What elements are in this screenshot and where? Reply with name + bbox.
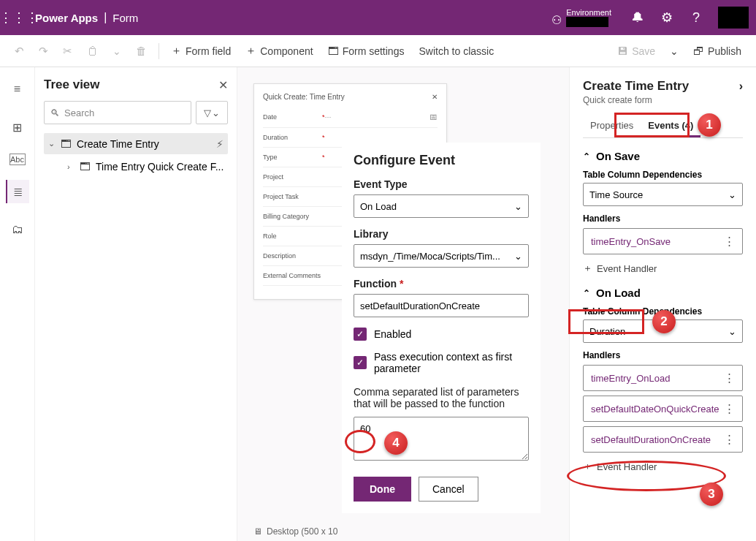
function-input[interactable]: setDefaultDurationOnCreate (354, 294, 529, 317)
checkbox-passcontext[interactable]: ✓ Pass execution context as first parame… (354, 351, 529, 374)
lightning-icon: ⚡︎ (216, 138, 224, 150)
filter-button[interactable]: ▽⌄ (196, 101, 228, 124)
add-component-button[interactable]: ＋Component (241, 41, 317, 61)
redo-icon: ↷ (39, 45, 48, 58)
plus-icon: ＋ (171, 44, 182, 58)
calendar-icon: 📅︎ (429, 113, 438, 121)
chevron-up-icon: ⌃ (583, 151, 590, 162)
add-handler-button[interactable]: ＋Event Handler (583, 460, 743, 473)
save-more[interactable]: ⌄ (665, 42, 683, 60)
tab-properties[interactable]: Properties (583, 116, 641, 137)
form-icon: 🗔 (80, 160, 91, 173)
more-icon[interactable]: ⋮ (724, 371, 735, 385)
tab-events[interactable]: Events (4) (641, 116, 700, 137)
preview-title: Quick Create: Time Entry (263, 93, 345, 101)
form-settings-icon: 🗔 (328, 45, 339, 57)
close-icon[interactable]: ✕ (432, 93, 438, 101)
handler-setdefaultduration[interactable]: setDefaultDurationOnCreate⋮ (583, 426, 743, 453)
plus-icon: ＋ (583, 262, 592, 275)
rail-library-icon[interactable]: 🗂︎ (6, 218, 29, 241)
chevron-down-icon: ⌄ (212, 107, 220, 118)
event-type-select[interactable]: On Load⌄ (354, 194, 529, 218)
preview-field-row[interactable]: Date*---📅︎ (263, 107, 438, 128)
redo-button[interactable]: ↷ (34, 42, 53, 61)
filter-icon: ▽ (204, 107, 211, 118)
paste-more[interactable]: ⌄ (108, 42, 126, 60)
configure-event-dialog: Configure Event Event Type On Load⌄ Libr… (342, 143, 541, 513)
top-bar: ⋮⋮⋮ Power Apps | Form ⚇ Environment 🔔︎ ⚙… (0, 0, 756, 35)
entity-subtitle: Quick create form (583, 95, 743, 105)
cut-button[interactable]: ✂ (58, 42, 77, 61)
waffle-icon[interactable]: ⋮⋮⋮ (7, 10, 31, 26)
properties-panel: Create Time Entry› Quick create form Pro… (569, 67, 756, 541)
cancel-button[interactable]: Cancel (419, 477, 478, 502)
app-name: Power Apps (35, 12, 98, 24)
handler-setdefaultdate[interactable]: setDefaultDateOnQuickCreate⋮ (583, 396, 743, 422)
cut-icon: ✂ (63, 45, 72, 58)
chevron-right-icon: › (67, 162, 75, 171)
left-rail: ≡ ⊞ Abc ≣ 🗂︎ (0, 67, 35, 541)
tree-panel: Tree view ✕ 🔍︎ Search ▽⌄ ⌄ 🗔 Create Time… (35, 67, 237, 541)
tree-root-row[interactable]: ⌄ 🗔 Create Time Entry ⚡︎ (44, 133, 228, 154)
env-value-redacted (566, 17, 608, 27)
entity-title: Create Time Entry› (583, 79, 743, 94)
undo-button[interactable]: ↶ (10, 42, 28, 61)
search-icon: 🔍︎ (50, 107, 60, 118)
save-button[interactable]: 💾︎Save (613, 42, 660, 60)
checkbox-icon: ✓ (354, 328, 367, 341)
tree-child-row[interactable]: › 🗔 Time Entry Quick Create F... (64, 156, 228, 177)
section-on-save[interactable]: ⌃On Save (583, 150, 743, 162)
dialog-title: Configure Event (354, 153, 529, 168)
chevron-down-icon: ⌄ (728, 189, 736, 200)
more-icon[interactable]: ⋮ (724, 235, 735, 248)
more-icon[interactable]: ⋮ (724, 433, 735, 446)
gear-icon[interactable]: ⚙ (652, 10, 681, 26)
tree-title: Tree view (44, 77, 100, 92)
rail-tree-icon[interactable]: ≣ (6, 180, 29, 203)
page-name: Form (112, 12, 138, 24)
section-on-load[interactable]: ⌃On Load (583, 287, 743, 299)
add-handler-button[interactable]: ＋Event Handler (583, 262, 743, 275)
chevron-down-icon: ⌄ (48, 139, 56, 148)
chevron-up-icon: ⌃ (583, 288, 590, 298)
search-input[interactable]: 🔍︎ Search (44, 101, 191, 124)
rail-hamburger-icon[interactable]: ≡ (6, 77, 29, 101)
command-bar: ↶ ↷ ✂ 📋︎ ⌄ 🗑︎ ＋Form field ＋Component 🗔Fo… (0, 35, 756, 67)
rail-add-icon[interactable]: ⊞ (6, 116, 29, 139)
help-icon[interactable]: ? (681, 10, 711, 26)
bell-icon[interactable]: 🔔︎ (623, 10, 652, 26)
trash-icon: 🗑︎ (136, 45, 147, 57)
undo-icon: ↶ (15, 45, 24, 58)
status-bar: 🖥︎ Desktop (500 x 10 (253, 526, 337, 537)
handler-timeentry-onload[interactable]: timeEntry_OnLoad⋮ (583, 365, 743, 391)
plus-icon: ＋ (583, 460, 592, 473)
form-icon: 🗔 (61, 137, 72, 150)
add-formfield-button[interactable]: ＋Form field (167, 41, 235, 61)
checkbox-icon: ✓ (354, 356, 367, 369)
save-icon: 💾︎ (617, 45, 628, 57)
annotation-callout-1: 1 (698, 113, 721, 137)
annotation-callout-3: 3 (700, 483, 723, 506)
close-icon[interactable]: ✕ (218, 78, 228, 92)
plus-icon: ＋ (245, 44, 256, 58)
chevron-right-icon[interactable]: › (739, 80, 743, 93)
paste-button[interactable]: 📋︎ (83, 42, 102, 60)
publish-button[interactable]: 🗗Publish (689, 42, 746, 60)
switch-to-classic-button[interactable]: Switch to classic (414, 42, 498, 60)
params-input[interactable] (354, 417, 529, 461)
done-button[interactable]: Done (354, 477, 411, 502)
globe-icon: ⚇ (551, 13, 562, 27)
delete-button[interactable]: 🗑︎ (131, 42, 151, 60)
paste-icon: 📋︎ (87, 45, 98, 57)
checkbox-enabled[interactable]: ✓ Enabled (354, 328, 529, 341)
desktop-icon: 🖥︎ (253, 526, 262, 537)
form-settings-button[interactable]: 🗔Form settings (324, 42, 409, 60)
more-icon[interactable]: ⋮ (724, 402, 735, 415)
handler-timeentry-onsave[interactable]: timeEntry_OnSave⋮ (583, 228, 743, 254)
dep-timesource-dropdown[interactable]: Time Source⌄ (583, 183, 743, 206)
library-select[interactable]: msdyn_/Time/Moca/Scripts/Tim...⌄ (354, 244, 529, 268)
chevron-down-icon: ⌄ (514, 251, 522, 262)
user-avatar[interactable] (718, 7, 749, 29)
environment-picker[interactable]: ⚇ Environment (551, 8, 611, 27)
rail-field-icon[interactable]: Abc (9, 154, 26, 165)
